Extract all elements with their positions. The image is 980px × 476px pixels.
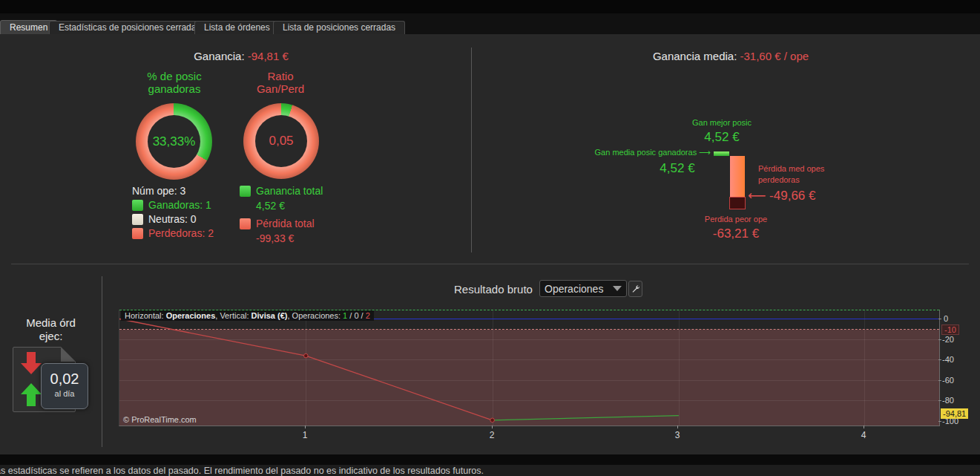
avg-loss-label-line2: perdedoras	[758, 175, 824, 186]
ratio-donut-title: Ratio Gan/Perd	[236, 70, 325, 95]
y-axis-label-60: -60	[942, 376, 954, 385]
last-value-badge: -94,81	[941, 408, 968, 419]
ganancia-value: -94,81 €	[248, 50, 289, 62]
total-gain-row: Ganancia total	[240, 185, 323, 197]
winners-donut-title-line1: % de posic	[111, 70, 237, 82]
ratio-donut-center-value: 0,05	[255, 115, 307, 167]
avg-loss-label: Pérdida med opes perdedoras	[758, 163, 824, 186]
operations-label: , Operaciones:	[288, 311, 343, 320]
chart-settings-button[interactable]	[628, 281, 642, 297]
x-tick	[677, 426, 678, 428]
worst-loss-label: Perdida peor ope	[680, 215, 792, 224]
dropdown-selected-value: Operaciones	[545, 283, 603, 295]
media-ord-label: Media órd ejec:	[0, 316, 102, 343]
chart-axis-header: Horizontal: Operaciones, Vertical: Divis…	[121, 310, 374, 321]
total-loss-row: Pérdida total	[240, 218, 315, 229]
ratio-donut-title-line1: Ratio	[236, 70, 325, 82]
prorealtime-watermark: © ProRealTime.com	[123, 415, 197, 424]
loss-swatch-icon	[240, 218, 251, 229]
media-ord-label-line1: Media órd	[0, 316, 102, 330]
avg-loss-label-line1: Pérdida med opes	[758, 163, 824, 175]
equity-line-svg	[119, 310, 939, 426]
wrench-icon	[631, 284, 640, 293]
total-loss-label: Pérdida total	[256, 218, 315, 229]
avg-win-bar	[714, 151, 729, 156]
x-axis-label-4: 4	[856, 430, 871, 440]
threshold-level-badge: -10	[941, 325, 959, 335]
y-axis-label-20: -20	[942, 335, 954, 344]
tab-bar: Resumen Estadísticas de posiciones cerra…	[0, 13, 980, 34]
winners-donut-title-line2: ganadoras	[111, 82, 237, 95]
num-ope-label: Núm ope: 3	[132, 185, 185, 197]
worst-loss-bar-segment	[729, 197, 746, 209]
ganancia-label: Ganancia:	[194, 50, 248, 62]
horizontal-value: Operaciones	[166, 311, 216, 320]
avg-win-value: 4,52 €	[622, 161, 733, 176]
horizontal-label: Horizontal:	[125, 311, 166, 320]
result-label: Resultado bruto	[454, 283, 533, 296]
footer-spacer	[0, 454, 980, 465]
y-axis-label-40: -40	[942, 355, 954, 364]
total-gain-value: 4,52 €	[256, 200, 285, 212]
section-divider	[11, 264, 969, 264]
media-ord-value-box: 0,02 al día	[41, 363, 88, 409]
loss-bar	[730, 156, 745, 209]
ganancia-media-label: Ganancia media:	[653, 50, 740, 62]
ganancia-media-value: -31,60 € / ope	[740, 50, 809, 62]
legend-item-label: Neutras: 0	[148, 213, 197, 225]
media-ord-label-line2: ejec:	[0, 330, 102, 343]
y-axis-label-80: -80	[942, 396, 954, 405]
avg-loss-value: -49,66 €	[769, 189, 815, 203]
best-gain-value: 4,52 €	[648, 130, 796, 145]
total-gain-label: Ganancia total	[256, 185, 323, 197]
legend-item-neutras: Neutras: 0	[132, 213, 197, 225]
top-panel-divider	[471, 48, 472, 252]
up-down-arrows-icon	[19, 351, 44, 408]
media-ord-value: 0,02	[42, 371, 88, 388]
ops-loss-count: 2	[366, 311, 370, 320]
tab-estadisticas-posiciones-cerradas[interactable]: Estadísticas de posiciones cerradas	[49, 21, 210, 34]
right-arrow-icon: ⟶	[699, 148, 711, 157]
total-loss-value: -99,33 €	[256, 232, 294, 244]
ganancia-media-header: Ganancia media: -31,60 € / ope	[612, 50, 849, 62]
vertical-label: , Vertical:	[215, 311, 251, 320]
y-tick	[938, 319, 941, 319]
ratio-donut-title-line2: Gan/Perd	[236, 82, 325, 95]
page-fold-icon	[61, 347, 76, 362]
avg-loss-value-row: ⟵ -49,66 €	[748, 188, 816, 203]
equity-chart-plot-area[interactable]: Horizontal: Operaciones, Vertical: Divis…	[119, 310, 940, 426]
neutras-swatch-icon	[132, 214, 143, 225]
winners-donut-center-value: 33,33%	[148, 115, 200, 168]
legend-item-label: Ganadoras: 1	[148, 199, 211, 211]
media-ord-unit: al día	[42, 389, 88, 398]
tab-lista-ordenes[interactable]: Lista de órdenes	[194, 21, 280, 34]
vertical-value: Divisa (€)	[251, 311, 288, 320]
ops-separator: /	[359, 311, 366, 320]
perdedoras-swatch-icon	[132, 228, 143, 239]
y-axis-label-0: 0	[944, 314, 948, 323]
x-tick	[305, 426, 306, 428]
worst-loss-value: -63,21 €	[680, 226, 792, 241]
legend-item-perdedoras: Perdedoras: 2	[132, 227, 214, 239]
window-top-bar	[0, 0, 980, 13]
avg-win-label-text: Gan media posic ganadoras	[595, 148, 697, 157]
result-type-dropdown[interactable]: Operaciones	[539, 280, 627, 297]
x-tick	[864, 426, 864, 428]
legend-item-ganadoras: Ganadoras: 1	[132, 199, 211, 211]
avg-win-label: Gan media posic ganadoras ⟶	[561, 148, 711, 157]
y-tick	[938, 400, 941, 401]
y-tick	[938, 339, 941, 340]
best-gain-label: Gan mejor posic	[648, 118, 796, 127]
legend-item-label: Perdedoras: 2	[148, 227, 214, 239]
ratio-donut-chart: 0,05	[243, 103, 319, 179]
tab-lista-posiciones-cerradas[interactable]: Lista de posiciones cerradas	[273, 21, 405, 34]
gain-swatch-icon	[240, 186, 251, 197]
y-tick	[938, 359, 941, 360]
x-axis-label-2: 2	[484, 430, 499, 440]
y-tick	[938, 421, 941, 422]
ganancia-header: Ganancia: -94,81 €	[119, 50, 364, 62]
winners-donut-title: % de posic ganadoras	[111, 70, 237, 95]
bottom-panel-divider	[102, 276, 102, 447]
x-axis-label-3: 3	[670, 430, 685, 440]
disclaimer-bar: as estadísticas se refieren a los datos …	[0, 465, 980, 476]
